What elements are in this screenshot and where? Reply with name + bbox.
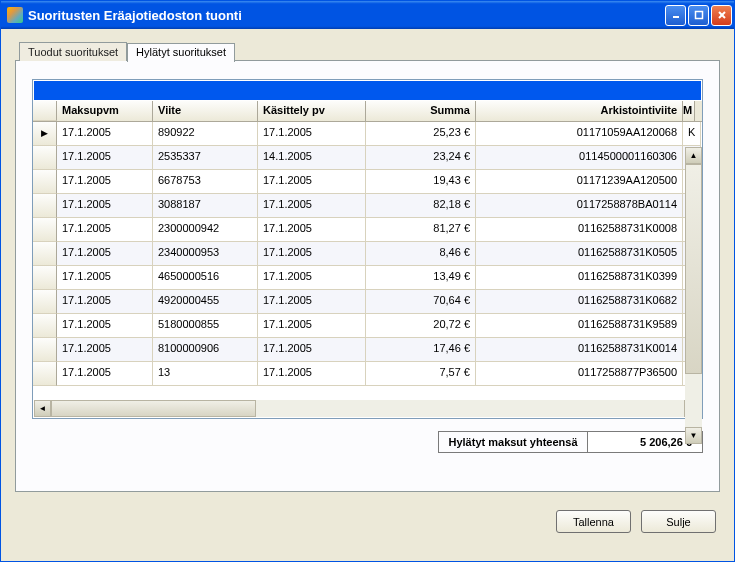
cell-kasittely[interactable]: 17.1.2005 (258, 266, 366, 290)
col-arkisto[interactable]: Arkistointiviite (476, 101, 683, 121)
col-kasittely[interactable]: Käsittely pv (258, 101, 366, 121)
close-button[interactable] (711, 5, 732, 26)
row-handle[interactable] (33, 290, 57, 314)
cell-arkisto[interactable]: 01162588731K0014 (476, 338, 683, 362)
grid-body[interactable]: 17.1.200589092217.1.200525,23 €01171059A… (33, 122, 702, 400)
row-handle[interactable] (33, 338, 57, 362)
cell-summa[interactable]: 25,23 € (366, 122, 476, 146)
cell-maksupvm[interactable]: 17.1.2005 (57, 362, 153, 386)
row-handle[interactable] (33, 314, 57, 338)
save-button[interactable]: Tallenna (556, 510, 631, 533)
table-row[interactable]: 17.1.2005667875317.1.200519,43 €01171239… (33, 170, 702, 194)
cell-summa[interactable]: 7,57 € (366, 362, 476, 386)
cell-maksupvm[interactable]: 17.1.2005 (57, 314, 153, 338)
col-viite[interactable]: Viite (153, 101, 258, 121)
table-row[interactable]: 17.1.20051317.1.20057,57 €0117258877P365… (33, 362, 702, 386)
cell-arkisto[interactable]: 01171059AA120068 (476, 122, 683, 146)
row-handle[interactable] (33, 122, 57, 146)
cell-viite[interactable]: 2535337 (153, 146, 258, 170)
minimize-button[interactable] (665, 5, 686, 26)
table-row[interactable]: 17.1.2005492000045517.1.200570,64 €01162… (33, 290, 702, 314)
cell-viite[interactable]: 4650000516 (153, 266, 258, 290)
row-handle[interactable] (33, 266, 57, 290)
cell-viite[interactable]: 5180000855 (153, 314, 258, 338)
cell-viite[interactable]: 6678753 (153, 170, 258, 194)
cell-maksupvm[interactable]: 17.1.2005 (57, 122, 153, 146)
cell-kasittely[interactable]: 17.1.2005 (258, 218, 366, 242)
cell-viite[interactable]: 8100000906 (153, 338, 258, 362)
cell-arkisto[interactable]: 0117258877P36500 (476, 362, 683, 386)
cell-arkisto[interactable]: 01162588731K0399 (476, 266, 683, 290)
cell-viite[interactable]: 13 (153, 362, 258, 386)
row-handle[interactable] (33, 170, 57, 194)
cell-arkisto[interactable]: 01162588731K0505 (476, 242, 683, 266)
cell-maksupvm[interactable]: 17.1.2005 (57, 338, 153, 362)
cell-viite[interactable]: 3088187 (153, 194, 258, 218)
row-handle[interactable] (33, 146, 57, 170)
table-row[interactable]: 17.1.2005234000095317.1.20058,46 €011625… (33, 242, 702, 266)
tab-imported[interactable]: Tuodut suoritukset (19, 42, 127, 61)
cell-summa[interactable]: 82,18 € (366, 194, 476, 218)
table-row[interactable]: 17.1.2005230000094217.1.200581,27 €01162… (33, 218, 702, 242)
cell-viite[interactable]: 2340000953 (153, 242, 258, 266)
cell-arkisto[interactable]: 0114500001160306 (476, 146, 683, 170)
cell-summa[interactable]: 8,46 € (366, 242, 476, 266)
scroll-left-icon[interactable]: ◄ (34, 400, 51, 417)
cell-viite[interactable]: 4920000455 (153, 290, 258, 314)
cell-arkisto[interactable]: 01162588731K0682 (476, 290, 683, 314)
table-row[interactable]: 17.1.2005465000051617.1.200513,49 €01162… (33, 266, 702, 290)
cell-maksupvm[interactable]: 17.1.2005 (57, 170, 153, 194)
cell-summa[interactable]: 13,49 € (366, 266, 476, 290)
cell-summa[interactable]: 70,64 € (366, 290, 476, 314)
scroll-down-icon[interactable]: ▼ (685, 427, 702, 444)
row-handle[interactable] (33, 242, 57, 266)
vertical-scrollbar[interactable]: ▲ ▼ (685, 147, 702, 444)
cell-maksupvm[interactable]: 17.1.2005 (57, 218, 153, 242)
cell-viite[interactable]: 2300000942 (153, 218, 258, 242)
cell-arkisto[interactable]: 01162588731K0008 (476, 218, 683, 242)
cell-kasittely[interactable]: 17.1.2005 (258, 170, 366, 194)
cell-arkisto[interactable]: 01171239AA120500 (476, 170, 683, 194)
col-clip[interactable]: M (683, 101, 695, 121)
cell-kasittely[interactable]: 17.1.2005 (258, 362, 366, 386)
cell-arkisto[interactable]: 0117258878BA0114 (476, 194, 683, 218)
cell-maksupvm[interactable]: 17.1.2005 (57, 290, 153, 314)
h-scroll-thumb[interactable] (51, 400, 256, 417)
tab-rejected[interactable]: Hylätyt suoritukset (127, 43, 235, 62)
cell-arkisto[interactable]: 01162588731K9589 (476, 314, 683, 338)
v-scroll-thumb[interactable] (685, 164, 702, 374)
table-row[interactable]: 17.1.2005308818717.1.200582,18 €01172588… (33, 194, 702, 218)
cell-summa[interactable]: 19,43 € (366, 170, 476, 194)
cell-maksupvm[interactable]: 17.1.2005 (57, 146, 153, 170)
maximize-button[interactable] (688, 5, 709, 26)
cell-summa[interactable]: 20,72 € (366, 314, 476, 338)
horizontal-scrollbar[interactable]: ◄ ► (34, 400, 701, 417)
cell-summa[interactable]: 81,27 € (366, 218, 476, 242)
cell-kasittely[interactable]: 17.1.2005 (258, 242, 366, 266)
cell-kasittely[interactable]: 17.1.2005 (258, 338, 366, 362)
cell-maksupvm[interactable]: 17.1.2005 (57, 266, 153, 290)
scroll-up-icon[interactable]: ▲ (685, 147, 702, 164)
row-handle[interactable] (33, 194, 57, 218)
cell-maksupvm[interactable]: 17.1.2005 (57, 242, 153, 266)
h-scroll-track[interactable] (51, 400, 684, 417)
cell-viite[interactable]: 890922 (153, 122, 258, 146)
cell-kasittely[interactable]: 17.1.2005 (258, 290, 366, 314)
cell-kasittely[interactable]: 17.1.2005 (258, 122, 366, 146)
close-dialog-button[interactable]: Sulje (641, 510, 716, 533)
cell-kasittely[interactable]: 14.1.2005 (258, 146, 366, 170)
row-handle[interactable] (33, 362, 57, 386)
col-summa[interactable]: Summa (366, 101, 476, 121)
cell-kasittely[interactable]: 17.1.2005 (258, 194, 366, 218)
table-row[interactable]: 17.1.2005518000085517.1.200520,72 €01162… (33, 314, 702, 338)
cell-summa[interactable]: 23,24 € (366, 146, 476, 170)
data-grid[interactable]: Maksupvm Viite Käsittely pv Summa Arkist… (32, 79, 703, 419)
row-handle[interactable] (33, 218, 57, 242)
cell-maksupvm[interactable]: 17.1.2005 (57, 194, 153, 218)
table-row[interactable]: 17.1.2005810000090617.1.200517,46 €01162… (33, 338, 702, 362)
col-maksupvm[interactable]: Maksupvm (57, 101, 153, 121)
table-row[interactable]: 17.1.200589092217.1.200525,23 €01171059A… (33, 122, 702, 146)
v-scroll-track[interactable] (685, 164, 702, 427)
cell-clip[interactable]: K (683, 122, 701, 146)
cell-kasittely[interactable]: 17.1.2005 (258, 314, 366, 338)
